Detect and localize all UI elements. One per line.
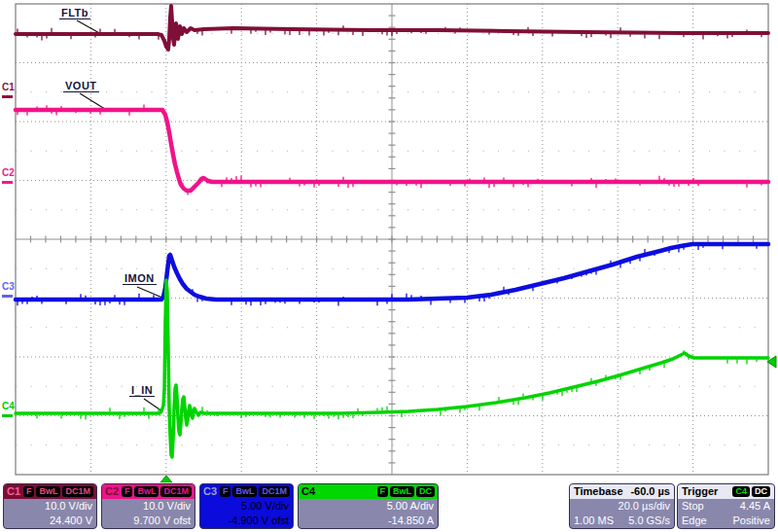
timebase-title: Timebase (574, 484, 623, 499)
channel-marker-c1[interactable]: C1 (2, 83, 15, 98)
channel-descriptor-c2[interactable]: C2 F BwL DC1M 10.0 V/div 9.700 V ofst (101, 483, 195, 529)
trigger-time-marker[interactable] (160, 476, 172, 482)
c4-title: C4 (301, 484, 315, 499)
c4-offset-tick (2, 414, 13, 417)
channel-descriptor-c3[interactable]: C3 F BwL DC1M 5.00 V/div -4.900 V ofst (199, 483, 294, 529)
waveform-display (0, 0, 778, 532)
c4-scale: 5.00 A/div (299, 499, 438, 514)
channel-marker-c2[interactable]: C2 (2, 168, 15, 184)
c2-badge-coupling: DC1M (160, 486, 192, 497)
c3-badge-coupling: DC1M (259, 486, 290, 497)
c1-offset: 24.400 V (4, 514, 96, 528)
c4-badge-bwl: BwL (390, 486, 414, 497)
oscilloscope-screen: FLTb VOUT IMON I_IN C1 C2 C3 C4 C1 F BwL… (0, 0, 778, 532)
trigger-slope: Positive (732, 514, 770, 528)
trigger-level: 4.45 A (740, 499, 770, 514)
timebase-scale: 20.0 µs/div (570, 499, 674, 514)
c3-offset-tick (2, 295, 13, 298)
c1-offset-tick (2, 95, 13, 98)
trigger-type: Edge (682, 514, 707, 528)
callout-line (144, 399, 162, 411)
callout-line (137, 287, 162, 298)
channel-descriptor-c1[interactable]: C1 F BwL DC1M 10.0 V/div 24.400 V (3, 483, 97, 529)
timebase-samplerate: 5.0 GS/s (628, 514, 670, 528)
trigger-mode: Stop (682, 499, 704, 514)
c1-scale: 10.0 V/div (4, 499, 96, 514)
channel-marker-c3[interactable]: C3 (2, 282, 15, 298)
c3-badge-bwl: BwL (232, 486, 257, 497)
c4-offset: -14.850 A (299, 514, 438, 528)
c1-badge-bwl: BwL (36, 486, 60, 497)
c2-offset-tick (2, 181, 13, 184)
c2-scale: 10.0 V/div (102, 499, 194, 514)
trace-label-fltb: FLTb (59, 7, 90, 19)
timebase-descriptor[interactable]: Timebase -60.0 µs 20.0 µs/div 1.00 MS 5.… (569, 483, 675, 529)
trace-label-iin: I_IN (129, 384, 155, 397)
c2-offset: 9.700 V ofst (102, 514, 194, 528)
c3-badge-filter: F (220, 486, 231, 497)
c4-badge-filter: F (377, 486, 389, 497)
c1-badge-filter: F (23, 486, 35, 497)
c2-badge-filter: F (122, 486, 133, 497)
c1-title: C1 (7, 484, 20, 499)
trigger-source-badge: C4 (732, 486, 750, 497)
timebase-delay: -60.0 µs (630, 484, 670, 499)
timebase-samples: 1.00 MS (574, 514, 614, 528)
channel-descriptor-c4[interactable]: C4 F BwL DC 5.00 A/div -14.850 A (298, 483, 439, 529)
trace-label-imon: IMON (123, 272, 157, 285)
trigger-title: Trigger (682, 484, 718, 499)
c2-title: C2 (105, 484, 119, 499)
c4-badge-coupling: DC (416, 486, 435, 497)
c3-scale: 5.00 V/div (200, 499, 293, 514)
c2-badge-bwl: BwL (134, 486, 159, 497)
trace-label-vout: VOUT (63, 80, 99, 92)
trigger-descriptor[interactable]: Trigger C4 DC Stop 4.45 A Edge Positive (677, 483, 775, 529)
channel-marker-c4[interactable]: C4 (2, 402, 15, 417)
c1-badge-coupling: DC1M (62, 486, 93, 497)
trigger-coupling-badge: DC (752, 486, 770, 497)
c3-title: C3 (203, 484, 217, 499)
callout-line (77, 20, 101, 34)
c3-offset: -4.900 V ofst (200, 514, 293, 528)
